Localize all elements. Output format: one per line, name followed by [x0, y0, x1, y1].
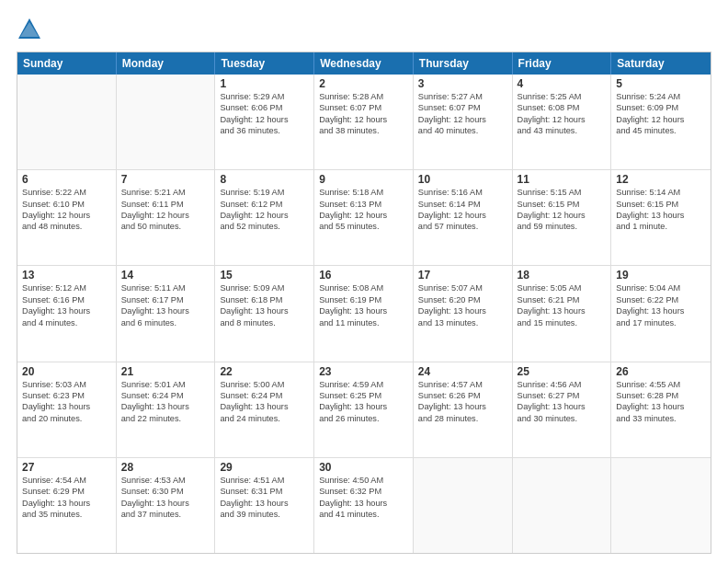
calendar-week-5: 27Sunrise: 4:54 AMSunset: 6:29 PMDayligh… [17, 458, 711, 553]
logo [17, 17, 46, 42]
calendar-cell [611, 458, 711, 553]
day-number: 26 [616, 365, 706, 378]
calendar-cell: 7Sunrise: 5:21 AMSunset: 6:11 PMDaylight… [117, 170, 216, 265]
calendar-week-2: 6Sunrise: 5:22 AMSunset: 6:10 PMDaylight… [17, 170, 711, 266]
calendar-cell: 26Sunrise: 4:55 AMSunset: 6:28 PMDayligh… [611, 362, 711, 457]
cell-info: Sunrise: 5:21 AMSunset: 6:11 PMDaylight:… [121, 187, 210, 233]
day-number: 8 [220, 173, 309, 186]
day-number: 29 [220, 461, 309, 474]
calendar-cell: 20Sunrise: 5:03 AMSunset: 6:23 PMDayligh… [17, 362, 117, 457]
calendar-cell: 3Sunrise: 5:27 AMSunset: 6:07 PMDaylight… [414, 75, 513, 169]
cell-info: Sunrise: 5:07 AMSunset: 6:20 PMDaylight:… [418, 282, 507, 328]
cell-info: Sunrise: 5:29 AMSunset: 6:06 PMDaylight:… [220, 91, 309, 137]
calendar-cell: 15Sunrise: 5:09 AMSunset: 6:18 PMDayligh… [215, 266, 314, 361]
calendar-cell: 12Sunrise: 5:14 AMSunset: 6:15 PMDayligh… [611, 170, 711, 265]
day-number: 13 [22, 269, 111, 282]
calendar-cell: 24Sunrise: 4:57 AMSunset: 6:26 PMDayligh… [414, 362, 513, 457]
day-number: 27 [22, 461, 111, 474]
calendar-cell: 16Sunrise: 5:08 AMSunset: 6:19 PMDayligh… [314, 266, 414, 361]
cell-info: Sunrise: 5:09 AMSunset: 6:18 PMDaylight:… [220, 282, 309, 328]
calendar-cell: 25Sunrise: 4:56 AMSunset: 6:27 PMDayligh… [513, 362, 612, 457]
day-number: 25 [518, 365, 607, 378]
cell-info: Sunrise: 5:27 AMSunset: 6:07 PMDaylight:… [418, 91, 507, 137]
day-number: 16 [319, 269, 408, 282]
cell-info: Sunrise: 5:12 AMSunset: 6:16 PMDaylight:… [22, 282, 111, 328]
calendar-cell: 9Sunrise: 5:18 AMSunset: 6:13 PMDaylight… [314, 170, 414, 265]
day-number: 30 [319, 461, 408, 474]
calendar-cell: 11Sunrise: 5:15 AMSunset: 6:15 PMDayligh… [513, 170, 612, 265]
day-number: 7 [121, 173, 210, 186]
calendar-cell: 19Sunrise: 5:04 AMSunset: 6:22 PMDayligh… [611, 266, 711, 361]
cell-info: Sunrise: 5:00 AMSunset: 6:24 PMDaylight:… [220, 379, 309, 425]
day-number: 12 [616, 173, 706, 186]
day-number: 9 [319, 173, 408, 186]
calendar-cell [414, 458, 513, 553]
calendar-cell: 28Sunrise: 4:53 AMSunset: 6:30 PMDayligh… [117, 458, 216, 553]
cell-info: Sunrise: 4:50 AMSunset: 6:32 PMDaylight:… [319, 475, 408, 521]
day-number: 19 [616, 269, 706, 282]
day-number: 10 [418, 173, 507, 186]
cell-info: Sunrise: 4:54 AMSunset: 6:29 PMDaylight:… [22, 475, 111, 521]
cell-info: Sunrise: 4:59 AMSunset: 6:25 PMDaylight:… [319, 379, 408, 425]
calendar-week-3: 13Sunrise: 5:12 AMSunset: 6:16 PMDayligh… [17, 266, 711, 362]
header [17, 17, 711, 42]
calendar-cell: 2Sunrise: 5:28 AMSunset: 6:07 PMDaylight… [314, 75, 414, 169]
day-number: 3 [418, 77, 507, 90]
cell-info: Sunrise: 4:53 AMSunset: 6:30 PMDaylight:… [121, 475, 210, 521]
calendar-week-4: 20Sunrise: 5:03 AMSunset: 6:23 PMDayligh… [17, 362, 711, 458]
cell-info: Sunrise: 5:08 AMSunset: 6:19 PMDaylight:… [319, 282, 408, 328]
calendar-cell: 27Sunrise: 4:54 AMSunset: 6:29 PMDayligh… [17, 458, 117, 553]
header-cell-thursday: Thursday [414, 52, 513, 75]
calendar-cell: 23Sunrise: 4:59 AMSunset: 6:25 PMDayligh… [314, 362, 414, 457]
calendar-cell: 21Sunrise: 5:01 AMSunset: 6:24 PMDayligh… [117, 362, 216, 457]
cell-info: Sunrise: 5:16 AMSunset: 6:14 PMDaylight:… [418, 187, 507, 233]
day-number: 17 [418, 269, 507, 282]
cell-info: Sunrise: 5:19 AMSunset: 6:12 PMDaylight:… [220, 187, 309, 233]
day-number: 5 [616, 77, 706, 90]
header-cell-sunday: Sunday [17, 52, 117, 75]
day-number: 4 [518, 77, 607, 90]
cell-info: Sunrise: 5:14 AMSunset: 6:15 PMDaylight:… [616, 187, 706, 233]
calendar-cell: 6Sunrise: 5:22 AMSunset: 6:10 PMDaylight… [17, 170, 117, 265]
day-number: 11 [518, 173, 607, 186]
calendar-cell: 29Sunrise: 4:51 AMSunset: 6:31 PMDayligh… [215, 458, 314, 553]
calendar-cell [513, 458, 612, 553]
calendar-cell: 22Sunrise: 5:00 AMSunset: 6:24 PMDayligh… [215, 362, 314, 457]
cell-info: Sunrise: 5:22 AMSunset: 6:10 PMDaylight:… [22, 187, 111, 233]
day-number: 20 [22, 365, 111, 378]
calendar-week-1: 1Sunrise: 5:29 AMSunset: 6:06 PMDaylight… [17, 75, 711, 170]
cell-info: Sunrise: 4:57 AMSunset: 6:26 PMDaylight:… [418, 379, 507, 425]
calendar: SundayMondayTuesdayWednesdayThursdayFrid… [17, 52, 711, 554]
cell-info: Sunrise: 4:51 AMSunset: 6:31 PMDaylight:… [220, 475, 309, 521]
cell-info: Sunrise: 5:05 AMSunset: 6:21 PMDaylight:… [518, 282, 607, 328]
cell-info: Sunrise: 5:03 AMSunset: 6:23 PMDaylight:… [22, 379, 111, 425]
header-cell-friday: Friday [513, 52, 612, 75]
day-number: 14 [121, 269, 210, 282]
day-number: 22 [220, 365, 309, 378]
header-cell-tuesday: Tuesday [215, 52, 314, 75]
calendar-cell: 8Sunrise: 5:19 AMSunset: 6:12 PMDaylight… [215, 170, 314, 265]
calendar-cell: 5Sunrise: 5:24 AMSunset: 6:09 PMDaylight… [611, 75, 711, 169]
day-number: 1 [220, 77, 309, 90]
calendar-cell: 1Sunrise: 5:29 AMSunset: 6:06 PMDaylight… [215, 75, 314, 169]
cell-info: Sunrise: 4:55 AMSunset: 6:28 PMDaylight:… [616, 379, 706, 425]
cell-info: Sunrise: 5:11 AMSunset: 6:17 PMDaylight:… [121, 282, 210, 328]
calendar-cell: 14Sunrise: 5:11 AMSunset: 6:17 PMDayligh… [117, 266, 216, 361]
page: SundayMondayTuesdayWednesdayThursdayFrid… [0, 0, 728, 563]
day-number: 28 [121, 461, 210, 474]
day-number: 6 [22, 173, 111, 186]
calendar-cell: 13Sunrise: 5:12 AMSunset: 6:16 PMDayligh… [17, 266, 117, 361]
day-number: 2 [319, 77, 408, 90]
calendar-cell [117, 75, 216, 169]
logo-icon [17, 17, 42, 42]
day-number: 21 [121, 365, 210, 378]
day-number: 15 [220, 269, 309, 282]
cell-info: Sunrise: 5:25 AMSunset: 6:08 PMDaylight:… [518, 91, 607, 137]
header-cell-monday: Monday [117, 52, 216, 75]
cell-info: Sunrise: 4:56 AMSunset: 6:27 PMDaylight:… [518, 379, 607, 425]
cell-info: Sunrise: 5:24 AMSunset: 6:09 PMDaylight:… [616, 91, 706, 137]
cell-info: Sunrise: 5:04 AMSunset: 6:22 PMDaylight:… [616, 282, 706, 328]
calendar-cell: 30Sunrise: 4:50 AMSunset: 6:32 PMDayligh… [314, 458, 414, 553]
day-number: 23 [319, 365, 408, 378]
calendar-cell [17, 75, 117, 169]
